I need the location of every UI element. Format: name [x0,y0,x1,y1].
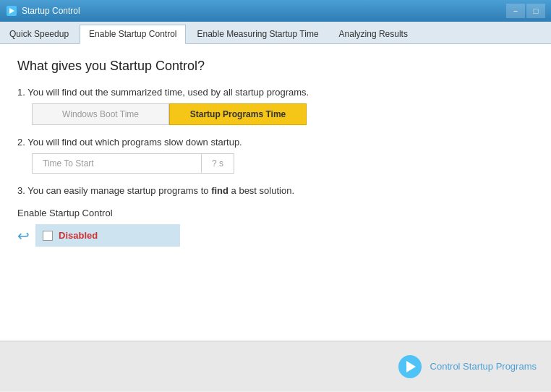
page-title: What gives you Startup Control? [17,59,534,74]
feature-3-description: You can easily manage startup programs t… [27,185,294,196]
tab-analyzing-results[interactable]: Analyzing Results [330,25,417,43]
feature-2-text: 2. You will find out which programs slow… [17,137,534,148]
enable-box[interactable]: Disabled [35,224,180,247]
feature-2-description: You will find out which programs slow do… [27,137,242,148]
arrow-icon: ↩ [17,227,30,244]
feature-2-number: 2. [17,137,25,148]
maximize-button[interactable]: □ [526,4,545,18]
feature-3-text: 3. You can easily manage startup program… [17,185,534,196]
time-start-label: Time To Start [33,154,201,173]
main-content: What gives you Startup Control? 1. You w… [0,44,551,341]
tab-enable-startup-control[interactable]: Enable Startup Control [80,25,186,44]
bottom-label: Control Startup Programs [430,361,537,372]
enable-label: Enable Startup Control [17,208,534,218]
boot-time-row: Windows Boot Time Startup Programs Time [32,103,307,125]
feature-1-text: 1. You will find out the summarized time… [17,87,534,98]
feature-1: 1. You will find out the summarized time… [17,87,534,125]
feature-1-number: 1. [17,87,25,98]
startup-programs-time-button[interactable]: Startup Programs Time [169,103,307,125]
time-start-row: Time To Start ? s [32,153,234,174]
bottom-bar: Control Startup Programs [0,341,551,391]
feature-3-number: 3. [17,185,25,196]
tab-bar: Quick Speedup Enable Startup Control Ena… [0,22,551,44]
title-bar: Startup Control − □ [0,0,551,22]
window-title: Startup Control [22,6,502,16]
enable-status: Disabled [59,230,98,241]
app-icon [6,5,17,17]
feature-2: 2. You will find out which programs slow… [17,137,534,174]
tab-enable-measuring[interactable]: Enable Measuring Startup Time [187,25,328,43]
feature-1-description: You will find out the summarized time, u… [27,87,309,98]
minimize-button[interactable]: − [506,4,525,18]
time-start-value: ? s [201,154,234,173]
enable-section: Enable Startup Control ↩ Disabled [17,208,534,247]
feature-3: 3. You can easily manage startup program… [17,185,534,196]
control-icon [397,354,423,380]
window-controls: − □ [506,4,545,18]
enable-checkbox[interactable] [43,231,53,241]
tab-quick-speedup[interactable]: Quick Speedup [0,25,78,43]
windows-boot-time-button[interactable]: Windows Boot Time [32,103,169,125]
enable-row: ↩ Disabled [17,224,534,247]
